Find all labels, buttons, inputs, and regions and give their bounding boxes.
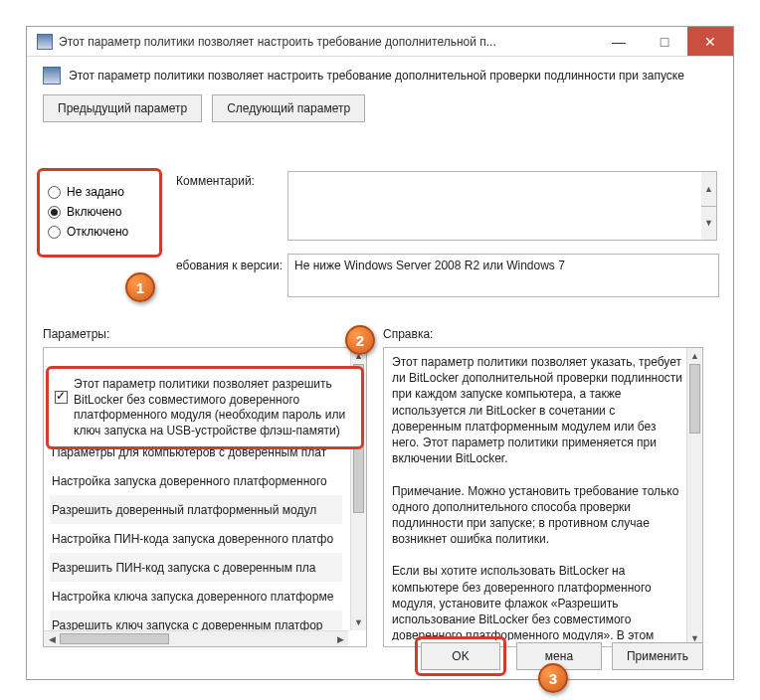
dialog-footer: OK мена Применить [27, 633, 733, 679]
callout-2: 2 [345, 325, 375, 355]
prev-setting-button[interactable]: Предыдущий параметр [43, 94, 202, 122]
radio-icon [48, 226, 61, 239]
app-icon [37, 34, 53, 50]
maximize-button[interactable]: □ [642, 27, 687, 56]
next-setting-button[interactable]: Следующий параметр [212, 94, 365, 122]
ok-button[interactable]: OK [421, 642, 500, 670]
comment-scrollbar[interactable]: ▲ ▼ [701, 171, 717, 241]
callout-3: 3 [538, 663, 568, 693]
params-pane: Этот параметр политики позволяет разреши… [43, 347, 367, 647]
minimize-button[interactable]: — [596, 27, 642, 56]
radio-icon [48, 206, 61, 219]
list-item[interactable]: Разрешить доверенный платформенный модул [50, 495, 342, 524]
radio-disabled[interactable]: Отключено [48, 225, 151, 239]
scroll-down-icon[interactable]: ▼ [701, 207, 716, 241]
allow-without-tpm-label: Этот параметр политики позволяет разреши… [74, 377, 355, 438]
list-item: Настройка запуска доверенного платформен… [50, 466, 342, 495]
policy-icon [43, 67, 61, 85]
close-button[interactable]: ✕ [687, 27, 733, 56]
help-section-label: Справка: [383, 327, 433, 341]
version-label: ебования к версии: [176, 259, 283, 272]
radio-not-configured[interactable]: Не задано [48, 185, 151, 199]
help-text: Этот параметр политики позволяет указать… [392, 354, 684, 640]
policy-title: Этот параметр политики позволяет настрои… [69, 69, 684, 83]
titlebar[interactable]: Этот параметр политики позволяет настрои… [27, 27, 733, 57]
help-scrollbar[interactable]: ▲ ▼ [686, 348, 702, 646]
options-list: Параметры для компьютеров с доверенным п… [44, 438, 348, 628]
scroll-up-icon[interactable]: ▲ [701, 172, 716, 207]
allow-without-tpm-checkbox[interactable] [55, 391, 68, 404]
allow-without-tpm-option: Этот параметр политики позволяет разреши… [46, 366, 364, 449]
policy-editor-window: Этот параметр политики позволяет настрои… [26, 26, 734, 680]
comment-label: Комментарий: [176, 174, 255, 188]
window-title: Этот параметр политики позволяет настрои… [59, 35, 596, 49]
ok-highlight: OK [415, 636, 506, 676]
radio-label: Не задано [67, 185, 124, 199]
version-value: Не ниже Windows Server 2008 R2 или Windo… [287, 254, 719, 297]
scroll-down-icon[interactable]: ▼ [351, 614, 366, 630]
scroll-up-icon[interactable]: ▲ [687, 348, 702, 364]
comment-input[interactable] [287, 171, 703, 241]
state-radio-group: Не задано Включено Отключено [37, 168, 162, 258]
scroll-thumb[interactable] [689, 364, 700, 434]
callout-1: 1 [125, 272, 155, 302]
apply-button[interactable]: Применить [612, 642, 703, 670]
list-item: Настройка ПИН-кода запуска доверенного п… [50, 524, 342, 553]
list-item[interactable]: Разрешить ПИН-код запуска с доверенным п… [50, 553, 342, 582]
list-item: Настройка ключа запуска доверенного плат… [50, 582, 342, 611]
radio-label: Включено [67, 205, 121, 219]
params-section-label: Параметры: [43, 327, 109, 341]
radio-label: Отключено [67, 225, 128, 239]
radio-icon [48, 186, 61, 199]
radio-enabled[interactable]: Включено [48, 205, 151, 219]
content-area: Этот параметр политики позволяет настрои… [27, 57, 733, 679]
help-pane: Этот параметр политики позволяет указать… [383, 347, 703, 647]
